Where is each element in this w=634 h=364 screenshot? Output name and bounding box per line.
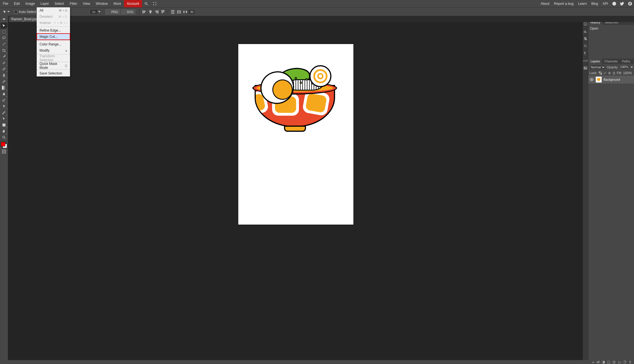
svg-rect-25: [3, 62, 5, 64]
adjust-panel-icon[interactable]: [583, 36, 588, 42]
menu-search-icon[interactable]: [142, 0, 150, 7]
dist-gap-field[interactable]: 30: [188, 9, 195, 14]
quickmask-toggle[interactable]: [2, 150, 6, 154]
align-right-icon[interactable]: [154, 10, 159, 14]
menu-save-selection[interactable]: Save Selection: [37, 70, 70, 76]
dodge-tool[interactable]: [1, 97, 7, 103]
menu-refine-edge[interactable]: Refine Edge...: [37, 27, 70, 34]
footer-folder-icon[interactable]: [618, 361, 621, 364]
blur-tool[interactable]: [1, 91, 7, 97]
canvas-area[interactable]: [8, 22, 584, 360]
panels: ›‹ History Swatches Open Layers Channels…: [588, 16, 634, 360]
footer-newlayer-icon[interactable]: [623, 361, 626, 364]
menu-account[interactable]: Account: [124, 0, 142, 7]
layer-name[interactable]: Background: [604, 78, 620, 81]
eraser-tool[interactable]: [1, 78, 7, 85]
menu-fullscreen-icon[interactable]: [150, 0, 159, 7]
lock-all-icon[interactable]: [612, 71, 616, 75]
footer-contrast-icon[interactable]: [602, 361, 605, 364]
eyedropper-tool[interactable]: [1, 54, 7, 60]
auto-select-label: Auto-Select: [19, 10, 36, 14]
menu-color-range[interactable]: Color Range...: [37, 41, 70, 47]
history-item[interactable]: Open: [590, 26, 632, 31]
link-report[interactable]: Report a bug: [552, 0, 576, 7]
svg-rect-8: [149, 11, 152, 12]
menu-select[interactable]: Select: [52, 0, 67, 7]
lock-transparent-icon[interactable]: [599, 71, 602, 75]
menu-file[interactable]: File: [0, 0, 11, 7]
menu-magic-cut[interactable]: Magic Cut...: [37, 34, 70, 40]
zoom-tool[interactable]: [1, 134, 7, 141]
export-svg-button[interactable]: SVG: [121, 9, 135, 14]
expand-tools-icon[interactable]: [1, 16, 7, 23]
footer-link-icon[interactable]: ∞: [592, 361, 594, 364]
para-panel-icon[interactable]: ¶: [583, 50, 588, 56]
move-tool[interactable]: [1, 23, 7, 29]
twitter-icon[interactable]: [619, 1, 625, 6]
layer-row[interactable]: Background: [588, 76, 634, 84]
menu-edit[interactable]: Edit: [11, 0, 23, 7]
dist-center-icon[interactable]: [177, 10, 181, 14]
path-select-tool[interactable]: [1, 116, 7, 122]
menu-layer[interactable]: Layer: [38, 0, 52, 7]
color-swatches[interactable]: [1, 142, 7, 148]
reddit-icon[interactable]: [611, 1, 617, 6]
stamp-tool[interactable]: [1, 72, 7, 78]
document-tab-title: Ramen_Bowl.psd: [11, 16, 38, 22]
hand-tool[interactable]: [1, 128, 7, 134]
menu-image[interactable]: Image: [23, 0, 38, 7]
lock-position-icon[interactable]: [608, 71, 611, 75]
svg-rect-17: [171, 12, 174, 12]
opacity-field[interactable]: 100%: [619, 65, 629, 69]
image-panel-icon[interactable]: [583, 65, 588, 71]
tab-layers[interactable]: Layers: [588, 59, 602, 64]
tab-paths[interactable]: Paths: [620, 59, 632, 64]
footer-mask-icon[interactable]: [613, 361, 616, 364]
auto-select-checkbox[interactable]: [14, 10, 18, 14]
svg-rect-10: [158, 10, 158, 14]
shape-tool[interactable]: [1, 122, 7, 128]
histogram-panel-icon[interactable]: [583, 28, 588, 34]
menu-window[interactable]: Window: [93, 0, 111, 7]
link-learn[interactable]: Learn: [576, 0, 589, 7]
wand-tool[interactable]: [1, 41, 7, 47]
brush-tool[interactable]: [1, 66, 7, 72]
export-scale-field[interactable]: 1x: [90, 9, 98, 14]
svg-text:Tt: Tt: [584, 44, 587, 48]
menu-more[interactable]: More: [111, 0, 124, 7]
align-center-h-icon[interactable]: [148, 10, 153, 14]
pen-tool[interactable]: [1, 109, 7, 116]
marquee-tool[interactable]: [1, 29, 7, 35]
dist-top-icon[interactable]: [170, 10, 175, 14]
menu-select-all-shortcut: ⌘ + A: [59, 9, 67, 12]
export-png-button[interactable]: PNG: [106, 9, 120, 14]
menu-select-all[interactable]: All ⌘ + A: [37, 7, 70, 14]
footer-trash-icon[interactable]: [629, 361, 632, 364]
footer-fx-icon[interactable]: [607, 361, 610, 364]
fill-field[interactable]: 100%: [623, 71, 632, 75]
link-about[interactable]: About: [538, 0, 552, 7]
menu-view[interactable]: View: [80, 0, 93, 7]
svg-point-35: [585, 38, 586, 39]
type-tool[interactable]: [1, 103, 7, 109]
blend-mode-select[interactable]: Normal: [589, 65, 606, 70]
menu-quick-mask[interactable]: Quick Mask ModeQ: [37, 63, 70, 69]
dist-spacing-icon[interactable]: [183, 10, 187, 14]
crop-tool[interactable]: [1, 47, 7, 54]
lasso-tool[interactable]: [1, 35, 7, 41]
char-panel-icon[interactable]: Tt: [583, 43, 588, 49]
link-api[interactable]: API: [600, 0, 610, 7]
link-blog[interactable]: Blog: [589, 0, 600, 7]
align-top-icon[interactable]: [161, 10, 165, 14]
layer-visibility-icon[interactable]: [589, 77, 594, 82]
tab-channels[interactable]: Channels: [602, 59, 620, 64]
heal-tool[interactable]: [1, 60, 7, 66]
menu-modify[interactable]: Modify: [37, 47, 70, 54]
lock-pixels-icon[interactable]: [603, 71, 607, 75]
facebook-icon[interactable]: [627, 1, 633, 6]
svg-point-27: [3, 100, 4, 101]
align-left-icon[interactable]: [142, 10, 147, 14]
gradient-tool[interactable]: [1, 85, 7, 91]
menu-filter[interactable]: Filter: [67, 0, 80, 7]
css-panel-icon[interactable]: CSS: [583, 58, 588, 64]
